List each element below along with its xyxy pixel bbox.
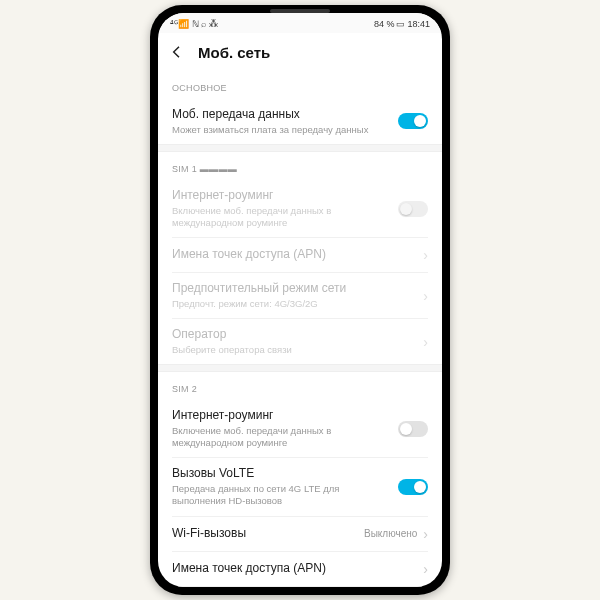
row-sim1-operator: Оператор Выберите оператора связи › (158, 319, 442, 364)
chevron-right-icon: › (423, 288, 428, 304)
toggle-sim2-roaming[interactable] (398, 421, 428, 437)
screen: ⁴ᴳ📶 ℕ ⌕ ⁂ 84 % ▭ 18:41 Моб. сеть ОСНОВНО… (158, 13, 442, 587)
row-sim1-netmode: Предпочтительный режим сети Предпочт. ре… (158, 273, 442, 318)
chevron-right-icon: › (423, 561, 428, 577)
content-scroll[interactable]: ОСНОВНОЕ Моб. передача данных Может взим… (158, 71, 442, 587)
page-title: Моб. сеть (198, 44, 270, 61)
row-label: Интернет-роуминг (172, 188, 390, 204)
row-sim1-roaming: Интернет-роуминг Включение моб. передачи… (158, 180, 442, 237)
battery-text: 84 % (374, 19, 395, 29)
row-sublabel: Включение моб. передачи данных в междуна… (172, 425, 390, 450)
row-sublabel: Передача данных по сети 4G LTE для выпол… (172, 483, 390, 508)
row-sim2-volte[interactable]: Вызовы VoLTE Передача данных по сети 4G … (158, 458, 442, 515)
row-label: Имена точек доступа (APN) (172, 561, 415, 577)
row-mobile-data[interactable]: Моб. передача данных Может взиматься пла… (158, 99, 442, 144)
row-sim2-roaming[interactable]: Интернет-роуминг Включение моб. передачи… (158, 400, 442, 457)
section-basic-header: ОСНОВНОЕ (158, 71, 442, 99)
row-sim1-apn: Имена точек доступа (APN) › (158, 238, 442, 272)
toggle-mobile-data[interactable] (398, 113, 428, 129)
clock: 18:41 (407, 19, 430, 29)
chevron-right-icon: › (423, 334, 428, 350)
row-sublabel: Предпочт. режим сети: 4G/3G/2G (172, 298, 415, 310)
chevron-right-icon: › (423, 526, 428, 542)
row-label: Вызовы VoLTE (172, 466, 390, 482)
row-sim2-wifi-calls[interactable]: Wi-Fi-вызовы Выключено › (158, 517, 442, 551)
battery-icon: ▭ (396, 19, 405, 29)
row-label: Предпочтительный режим сети (172, 281, 415, 297)
row-sublabel: Включение моб. передачи данных в междуна… (172, 205, 390, 230)
row-label: Wi-Fi-вызовы (172, 526, 356, 542)
row-label: Имена точек доступа (APN) (172, 247, 415, 263)
phone-frame: ⁴ᴳ📶 ℕ ⌕ ⁂ 84 % ▭ 18:41 Моб. сеть ОСНОВНО… (150, 5, 450, 595)
back-button[interactable] (168, 43, 186, 61)
section-sim1-header: SIM 1 ▬▬▬▬ (158, 152, 442, 180)
row-sublabel: Может взиматься плата за передачу данных (172, 124, 390, 136)
divider (158, 144, 442, 152)
divider (158, 364, 442, 372)
row-label: Интернет-роуминг (172, 408, 390, 424)
arrow-left-icon (169, 44, 185, 60)
row-label: Оператор (172, 327, 415, 343)
toggle-sim1-roaming (398, 201, 428, 217)
row-sublabel: Выберите оператора связи (172, 344, 415, 356)
status-bar: ⁴ᴳ📶 ℕ ⌕ ⁂ 84 % ▭ 18:41 (158, 13, 442, 33)
section-sim2-header: SIM 2 (158, 372, 442, 400)
status-left-icons: ⁴ᴳ📶 ℕ ⌕ ⁂ (170, 19, 218, 29)
toggle-sim2-volte[interactable] (398, 479, 428, 495)
row-value: Выключено (364, 528, 417, 539)
chevron-right-icon: › (423, 247, 428, 263)
row-sim2-apn[interactable]: Имена точек доступа (APN) › (158, 552, 442, 586)
app-header: Моб. сеть (158, 33, 442, 71)
row-label: Моб. передача данных (172, 107, 390, 123)
